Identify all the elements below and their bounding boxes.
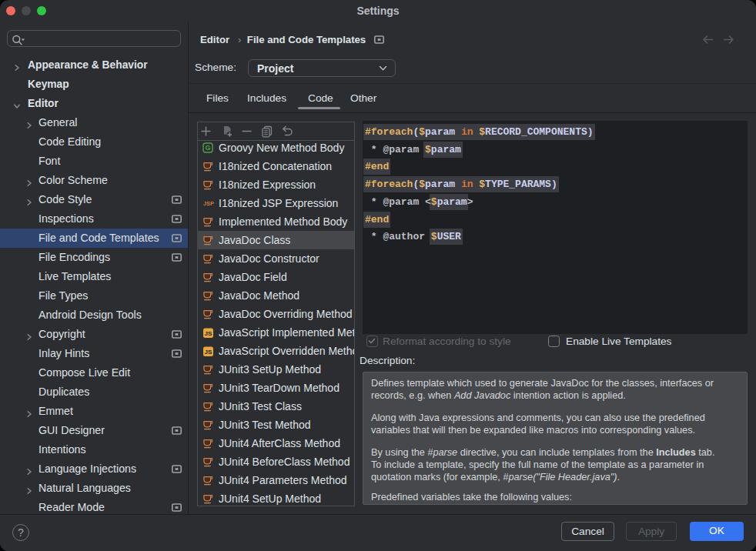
svg-text:G: G [205, 144, 210, 152]
svg-text:JSP: JSP [203, 200, 214, 207]
svg-text:JS: JS [205, 330, 212, 337]
svg-text:JS: JS [205, 349, 212, 356]
